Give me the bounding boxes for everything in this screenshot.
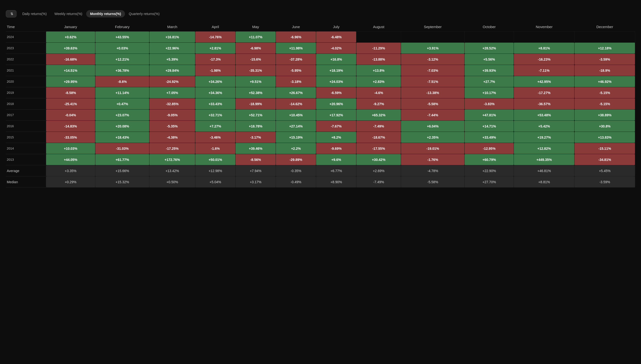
data-cell: -3.18% [276, 76, 316, 87]
table-row: 2016-14.83%+20.08%-5.35%+7.27%+18.78%+27… [6, 121, 635, 132]
table-row: 2020+29.95%-8.6%-24.92%+34.26%+9.51%-3.1… [6, 76, 635, 87]
data-cell: -4.02% [316, 43, 356, 54]
average-cell: +3.35% [46, 165, 95, 176]
median-row: Median+0.29%+15.32%+0.50%+5.04%+3.17%-0.… [6, 176, 635, 188]
data-cell: -7.44% [401, 110, 465, 121]
tab-daily-returns---[interactable]: Daily returns(%) [19, 10, 51, 18]
col-header-april: April [195, 22, 235, 32]
data-cell: -9.05% [149, 110, 195, 121]
col-header-time: Time [6, 22, 46, 32]
median-cell: +0.29% [46, 176, 95, 188]
year-2023: 2023 [6, 43, 46, 54]
data-cell: +27.14% [276, 121, 316, 132]
data-cell: +29.95% [46, 76, 95, 87]
col-header-december: December [574, 22, 635, 32]
median-cell: +27.70% [465, 176, 514, 188]
data-cell: +27.7% [465, 76, 514, 87]
data-cell: +18.19% [316, 65, 356, 76]
data-cell: +0.03% [95, 43, 149, 54]
data-cell [465, 32, 514, 43]
data-cell: -0.04% [46, 110, 95, 121]
median-cell: +8.81% [514, 176, 574, 188]
data-cell: -4.38% [149, 132, 195, 143]
data-cell: +13.8% [356, 65, 401, 76]
data-cell: -3.12% [401, 54, 465, 65]
data-cell: +11.98% [276, 43, 316, 54]
data-cell: +52.71% [236, 110, 276, 121]
data-cell: +61.77% [95, 154, 149, 165]
data-cell: +5.56% [465, 54, 514, 65]
col-header-february: February [95, 22, 149, 32]
data-cell: +14.71% [465, 121, 514, 132]
data-cell: -33.05% [46, 132, 95, 143]
data-cell: +0.62% [46, 32, 95, 43]
average-row: Average+3.35%+15.66%+13.42%+12.98%+7.94%… [6, 165, 635, 176]
data-cell: +172.76% [149, 154, 195, 165]
table-row: 2023+39.63%+0.03%+22.96%+2.81%-6.98%+11.… [6, 43, 635, 54]
col-header-june: June [276, 22, 316, 32]
data-cell: +52.38% [236, 87, 276, 98]
data-cell: -8.56% [236, 154, 276, 165]
average-cell: +7.94% [236, 165, 276, 176]
data-cell: +26.67% [276, 87, 316, 98]
average-cell: +15.66% [95, 165, 149, 176]
year-2015: 2015 [6, 132, 46, 143]
data-cell: -17.25% [149, 143, 195, 154]
asset-selector[interactable]: ⇅ [6, 10, 17, 18]
data-cell: -5.15% [574, 98, 635, 110]
data-cell: -29.89% [276, 154, 316, 165]
table-row: 2022-16.68%+12.21%+5.39%-17.3%-15.6%-37.… [6, 54, 635, 65]
data-cell: +16.8% [316, 54, 356, 65]
data-cell: +46.92% [574, 76, 635, 87]
data-cell: +39.93% [465, 65, 514, 76]
col-header-november: November [514, 22, 574, 32]
data-cell: +22.96% [149, 43, 195, 54]
tab-monthly-returns---[interactable]: Monthly returns(%) [86, 10, 125, 18]
tab-quarterly-returns---[interactable]: Quarterly returns(%) [125, 10, 163, 18]
table-row: 2013+44.05%+61.77%+172.76%+50.01%-8.56%-… [6, 154, 635, 165]
table-row: 2017-0.04%+23.07%-9.05%+32.71%+52.71%+10… [6, 110, 635, 121]
data-cell: +50.01% [195, 154, 235, 165]
col-header-march: March [149, 22, 195, 32]
data-cell: +65.32% [356, 110, 401, 121]
data-cell: +32.71% [195, 110, 235, 121]
data-cell: +3.91% [401, 43, 465, 54]
data-cell: +24.03% [316, 76, 356, 87]
data-cell: +7.27% [195, 121, 235, 132]
data-cell: +34.36% [195, 87, 235, 98]
data-cell: -7.49% [356, 121, 401, 132]
data-cell: -3.17% [236, 132, 276, 143]
data-cell: -25.41% [46, 98, 95, 110]
data-cell: -34.81% [574, 154, 635, 165]
data-cell: +9.6% [316, 154, 356, 165]
data-cell: +30.8% [574, 121, 635, 132]
data-cell: +29.84% [149, 65, 195, 76]
average-cell: +12.98% [195, 165, 235, 176]
year-2017: 2017 [6, 110, 46, 121]
data-cell: -17.3% [195, 54, 235, 65]
col-header-october: October [465, 22, 514, 32]
year-2018: 2018 [6, 98, 46, 110]
data-cell: +39.63% [46, 43, 95, 54]
data-cell: +39.46% [236, 143, 276, 154]
data-cell: +20.96% [316, 98, 356, 110]
data-cell [356, 32, 401, 43]
tabs-container: Daily returns(%)Weekly returns(%)Monthly… [19, 10, 163, 18]
year-2022: 2022 [6, 54, 46, 65]
data-cell: -36.57% [514, 98, 574, 110]
data-cell: +449.35% [514, 154, 574, 165]
tab-weekly-returns---[interactable]: Weekly returns(%) [51, 10, 86, 18]
data-cell: -18.67% [356, 132, 401, 143]
data-cell: +7.05% [149, 87, 195, 98]
data-cell: -15.11% [574, 143, 635, 154]
data-cell: +8.2% [316, 132, 356, 143]
year-2014: 2014 [6, 143, 46, 154]
data-cell: -6.98% [236, 43, 276, 54]
data-cell: -16.23% [514, 54, 574, 65]
data-cell: +13.83% [574, 132, 635, 143]
data-cell: -7.51% [401, 76, 465, 87]
data-cell: -9.27% [356, 98, 401, 110]
data-cell: +33.49% [465, 132, 514, 143]
data-cell [401, 32, 465, 43]
year-2013: 2013 [6, 154, 46, 165]
